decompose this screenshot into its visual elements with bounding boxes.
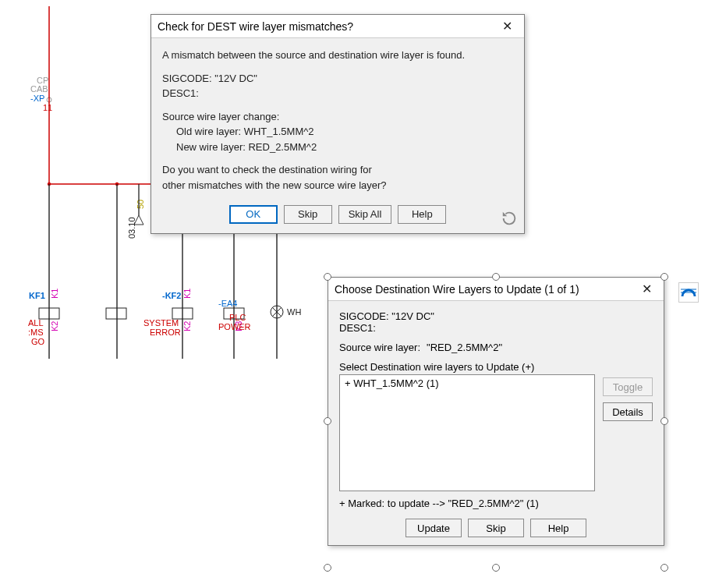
label-plcpwr: PLC: [229, 313, 246, 322]
dlg1-desc1: DESC1:: [162, 86, 513, 101]
svg-text:ERROR: ERROR: [150, 328, 181, 337]
label-k2a: K2: [50, 321, 59, 331]
dlg1-old-layer: Old wire layer: WHT_1.5MM^2: [162, 124, 513, 140]
snap-icon[interactable]: [678, 282, 699, 303]
label-50: 50: [136, 200, 145, 209]
label-syserr: SYSTEM: [143, 318, 179, 328]
resize-handle[interactable]: [324, 273, 331, 281]
resize-handle[interactable]: [492, 564, 500, 572]
label-all: ALL: [28, 318, 44, 328]
help-button[interactable]: Help: [530, 519, 586, 537]
resize-handle[interactable]: [324, 417, 331, 425]
label-k2b: K2: [182, 321, 192, 331]
label-ref: 03.10: [127, 217, 136, 239]
label-xp: -XP: [30, 94, 44, 103]
toggle-button[interactable]: Toggle: [603, 377, 653, 396]
dlg1-q1: Do you want to check the destination wir…: [162, 162, 513, 178]
svg-text:POWER: POWER: [218, 322, 251, 331]
dlg2-marked-line: + Marked: to update --> "RED_2.5MM^2" (1…: [339, 498, 653, 509]
close-icon[interactable]: ✕: [636, 278, 657, 300]
dlg1-msg: A mismatch between the source and destin…: [162, 48, 513, 63]
label-kf1: KF1: [29, 291, 45, 300]
label-kf2: -KF2: [162, 291, 181, 300]
dlg1-new-layer: New wire layer: RED_2.5MM^2: [162, 140, 513, 155]
resize-handle[interactable]: [660, 564, 668, 572]
dlg1-sigcode: SIGCODE: "12V DC": [162, 71, 513, 87]
dialog2-title: Choose Destination Wire Layers to Update…: [335, 283, 636, 296]
label-wh: WH: [287, 307, 301, 317]
svg-rect-15: [106, 308, 126, 319]
dlg2-desc1: DESC1:: [339, 322, 653, 334]
svg-text:GO: GO: [31, 337, 45, 346]
label-k1b: K1: [182, 289, 192, 299]
dlg2-sigcode: SIGCODE: "12V DC": [339, 310, 653, 322]
resize-handle[interactable]: [660, 273, 668, 281]
update-button[interactable]: Update: [405, 519, 462, 537]
help-button[interactable]: Help: [398, 205, 446, 224]
resize-handle[interactable]: [492, 273, 500, 281]
ok-button[interactable]: OK: [229, 205, 278, 224]
label-ea4: -EA4: [218, 299, 237, 308]
details-button[interactable]: Details: [603, 402, 653, 421]
dialog-check-dest-wire-mismatch: Check for DEST wire layer mismatches? ✕ …: [151, 14, 525, 234]
dlg2-src-label: Source wire layer:: [339, 342, 420, 353]
resize-handle[interactable]: [660, 417, 668, 425]
label-cab: CAB: [30, 84, 48, 94]
dlg2-select-hdr: Select Destination wire layers to Update…: [339, 361, 653, 373]
resize-handle[interactable]: [324, 564, 331, 572]
dlg2-src-value: "RED_2.5MM^2": [427, 342, 502, 353]
skip-button[interactable]: Skip: [284, 205, 332, 224]
dest-layer-listbox[interactable]: + WHT_1.5MM^2 (1): [339, 374, 595, 491]
skip-button[interactable]: Skip: [468, 519, 524, 537]
list-item[interactable]: + WHT_1.5MM^2 (1): [345, 377, 590, 389]
dlg1-q2: other mismatches with the new source wir…: [162, 178, 513, 193]
dialog-choose-dest-wire-layers: Choose Destination Wire Layers to Update…: [328, 277, 664, 546]
dlg1-src-hdr: Source wire layer change:: [162, 109, 513, 125]
skip-all-button[interactable]: Skip All: [338, 205, 392, 224]
dialog1-title: Check for DEST wire layer mismatches?: [158, 20, 496, 33]
svg-text::MS: :MS: [28, 328, 44, 337]
close-icon[interactable]: ✕: [496, 16, 518, 37]
refresh-icon: [501, 210, 518, 227]
label-k1a: K1: [50, 289, 59, 299]
label-pin11: 11: [43, 103, 52, 112]
